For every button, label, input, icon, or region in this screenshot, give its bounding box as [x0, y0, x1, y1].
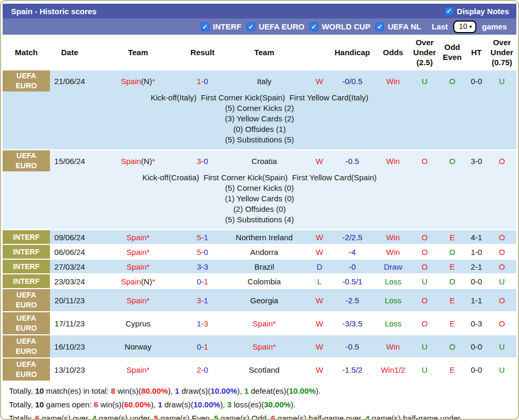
text-segment: 0: [204, 248, 208, 257]
cell-over-under-25: O: [410, 295, 439, 305]
table-row: UEFA EURO15/06/24Spain(N)*3-0CroatiaW-0.…: [3, 149, 516, 171]
cell-ht: 0-0: [465, 365, 487, 375]
cell-wdl: W: [310, 365, 329, 375]
summary-line: Totally, 6 game(s) over, 4 game(s) under…: [9, 412, 510, 420]
filter-interf[interactable]: ✓ INTERF: [201, 22, 241, 31]
text-segment: 5: [197, 248, 201, 257]
cell-wdl: W: [310, 247, 329, 257]
competition-badge-label: INTERF: [13, 232, 40, 242]
text-segment: ),: [237, 386, 244, 395]
text-segment: game(s) over,: [39, 414, 92, 420]
competition-badge: INTERF: [3, 245, 50, 259]
cell-date: 09/06/24: [50, 232, 89, 242]
competition-badge-label: UEFA EURO: [10, 151, 43, 171]
table-row: INTERF06/06/24Spain*5-0AndorraW-4WinOO1-…: [3, 244, 516, 259]
text-segment: *: [152, 157, 155, 166]
cell-ht: 0-0: [465, 342, 487, 352]
cell-odds: Draw: [376, 262, 410, 272]
match-note-line: (0) Offsides (1): [3, 124, 516, 135]
text-segment: 1: [158, 400, 162, 409]
cell-away-team: Scotland: [218, 365, 310, 375]
cell-home-team: Spain(N)*: [89, 156, 187, 166]
text-segment: game(s) half-game under: [370, 414, 461, 420]
checkbox-icon[interactable]: ✓: [375, 23, 384, 31]
checkbox-icon[interactable]: ✓: [247, 23, 255, 31]
cell-odds: Win1/2: [376, 365, 410, 375]
page-title: Spain - Historic scores: [11, 7, 97, 16]
cell-home-team: Spain*: [89, 295, 187, 305]
text-segment: Spain: [126, 248, 146, 257]
cell-result: 0-1: [187, 276, 218, 286]
cell-over-under-25: U: [410, 342, 439, 352]
display-notes-checkbox-icon[interactable]: ✓: [445, 7, 453, 15]
cell-date: 13/10/23: [50, 365, 89, 375]
text-segment: *: [147, 248, 150, 257]
text-segment: *: [147, 262, 150, 271]
text-segment: Spain: [252, 319, 272, 328]
games-count-select[interactable]: 10 ▾: [453, 21, 477, 33]
text-segment: loss(es)(: [231, 400, 264, 409]
text-segment: 0: [204, 77, 208, 86]
text-segment: 6: [94, 400, 98, 409]
text-segment: Scotland: [249, 365, 279, 374]
text-segment: 6: [271, 414, 275, 420]
filter-world-cup[interactable]: ✓ WORLD CUP: [310, 22, 371, 31]
competition-badge-label: UEFA EURO: [10, 290, 43, 310]
match-note-line: Kick-off(Italy) First Corner Kick(Spain)…: [3, 93, 516, 103]
cell-wdl: W: [310, 156, 329, 166]
cell-wdl: W: [310, 232, 329, 242]
header-cell-odds: Odds: [376, 46, 410, 58]
cell-away-team: Brazil: [218, 262, 310, 272]
display-notes-toggle[interactable]: ✓ Display Notes: [445, 7, 509, 16]
cell-handicap: -1.5/2: [329, 365, 376, 375]
filter-uefa-euro[interactable]: ✓ UEFA EURO: [247, 22, 304, 31]
cell-odd-even: E: [439, 295, 465, 305]
text-segment: ),: [168, 386, 175, 395]
competition-badge-label: UEFA EURO: [10, 71, 43, 91]
text-segment: ).: [316, 386, 320, 395]
cell-home-team: Spain(N)*: [89, 76, 187, 86]
cell-over-under-25: U: [410, 76, 439, 86]
cell-odd-even: E: [439, 262, 465, 272]
text-segment: ),: [220, 400, 227, 409]
cell-result: 2-0: [187, 365, 218, 375]
cell-date: 21/06/24: [50, 76, 89, 86]
table-header-row: Match Date Team Result Team Handicap Odd…: [3, 35, 516, 69]
cell-odd-even: E: [439, 232, 465, 242]
text-segment: (N): [141, 157, 152, 166]
text-segment: 1: [197, 77, 201, 86]
cell-handicap: -2/2.5: [329, 232, 376, 242]
text-segment: 30.00%: [264, 400, 291, 409]
text-segment: Croatia: [251, 157, 277, 166]
text-segment: match(es) in total:: [44, 386, 111, 395]
text-segment: 1: [204, 342, 208, 351]
cell-wdl: W: [310, 342, 329, 352]
cell-away-team: Colombia: [218, 276, 310, 286]
table-row: UEFA EURO17/11/23Cyprus1-3Spain*W-3/3.5L…: [3, 311, 516, 334]
match-note-line: Kick-off(Croatia) First Corner Kick(Spai…: [3, 172, 516, 183]
filter-uefa-nl[interactable]: ✓ UEFA NL: [375, 22, 421, 31]
header-cell-result: Result: [187, 46, 218, 58]
summary-line: Totally, 10 games open: 6 win(s)(60.00%)…: [9, 398, 510, 412]
cell-handicap: -0.5/1: [329, 276, 376, 286]
text-segment: Spain: [126, 296, 146, 305]
cell-over-under-075: O: [487, 247, 516, 257]
table-row: INTERF09/06/24Spain*5-1Northern IrelandW…: [3, 229, 516, 244]
checkbox-icon[interactable]: ✓: [201, 23, 209, 31]
cell-odd-even: O: [439, 342, 465, 352]
match-notes: Kick-off(Italy) First Corner Kick(Spain)…: [3, 91, 516, 149]
header-cell-date: Date: [50, 46, 89, 58]
cell-result: 1-3: [187, 319, 218, 329]
cell-over-under-25: O: [410, 319, 439, 329]
cell-ht: 0-3: [465, 319, 487, 329]
checkbox-icon[interactable]: ✓: [310, 23, 318, 31]
cell-over-under-075: U: [487, 365, 516, 375]
competition-badge: UEFA EURO: [3, 289, 50, 311]
text-segment: 3: [197, 262, 201, 271]
cell-over-under-075: U: [487, 342, 516, 352]
cell-odd-even: E: [439, 319, 465, 329]
text-segment: 0: [197, 277, 201, 286]
text-segment: Spain: [126, 233, 146, 242]
cell-over-under-075: O: [487, 319, 516, 329]
text-segment: Spain: [121, 157, 141, 166]
